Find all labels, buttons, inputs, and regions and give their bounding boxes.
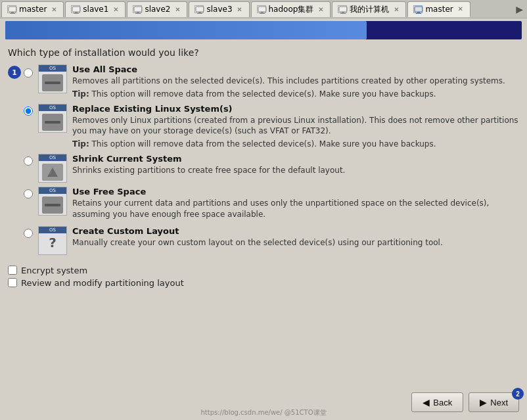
tab-icon-3	[133, 5, 142, 13]
tab-slave1-label: slave1	[83, 5, 108, 14]
tab-mypc-label: 我的计算机	[350, 4, 389, 15]
radio-use-all-space[interactable]	[24, 68, 33, 78]
tab-close-5[interactable]: ✕	[317, 5, 325, 13]
tip-use-all-space: Tip: Tip: This option will remove data f…	[72, 89, 519, 100]
checkbox-review[interactable]	[8, 278, 17, 287]
tab-hadoop[interactable]: hadoop集群 ✕	[251, 1, 331, 17]
text-free-space: Use Free Space Retains your current data…	[72, 187, 519, 222]
svg-rect-12	[258, 7, 266, 12]
tab-close-2[interactable]: ✕	[112, 5, 120, 13]
tab-icon-1	[7, 5, 16, 13]
tab-scroll-right[interactable]: ▶	[513, 4, 526, 14]
option-free-space: OS Use Free Space Retains your current d…	[8, 187, 519, 222]
back-label: Back	[433, 398, 452, 408]
option-replace-linux: OS Replace Existing Linux System(s) Remo…	[8, 104, 519, 150]
option-use-all-space: 1 OS Use All Space Removes all partition…	[8, 64, 519, 100]
tab-close-3[interactable]: ✕	[173, 5, 181, 13]
svg-rect-1	[11, 12, 14, 13]
svg-rect-4	[75, 12, 78, 13]
svg-rect-13	[261, 12, 264, 13]
svg-rect-0	[9, 7, 16, 12]
icon-replace-linux: OS	[38, 104, 67, 133]
svg-rect-19	[417, 12, 420, 13]
progress-bar	[5, 21, 522, 39]
tab-bar: master ✕ slave1 ✕ slave2 ✕ slave3 ✕	[0, 0, 527, 18]
tab-icon-7	[413, 5, 423, 13]
icon-custom: OS ?	[38, 226, 67, 255]
desc-use-all-space: Removes all partitions on the selected d…	[72, 76, 519, 87]
title-replace-linux: Replace Existing Linux System(s)	[72, 104, 519, 114]
tab-hadoop-label: hadoop集群	[269, 4, 314, 15]
radio-free-space[interactable]	[24, 189, 33, 198]
svg-rect-14	[260, 13, 265, 14]
checkbox-encrypt-item: Encrypt system	[8, 266, 519, 275]
tab-slave2-label: slave2	[145, 5, 170, 14]
icon-shrink: OS	[38, 154, 67, 183]
option-list: 1 OS Use All Space Removes all partition…	[8, 64, 519, 255]
title-free-space: Use Free Space	[72, 187, 519, 197]
watermark: https://blog.csdn.me/we/ @51CTO课堂	[200, 408, 326, 417]
radio-custom[interactable]	[24, 229, 33, 238]
svg-rect-6	[134, 7, 142, 12]
svg-rect-2	[10, 13, 15, 14]
bottom-buttons: ◀ Back ▶ Next 2	[411, 392, 519, 412]
svg-rect-15	[339, 7, 347, 12]
tab-slave2[interactable]: slave2 ✕	[127, 1, 187, 17]
svg-rect-20	[416, 13, 421, 14]
tab-close-6[interactable]: ✕	[392, 5, 400, 13]
tab-slave3-label: slave3	[206, 5, 232, 14]
back-button[interactable]: ◀ Back	[411, 392, 463, 412]
next-label: Next	[490, 398, 508, 408]
installation-question: Which type of installation would you lik…	[8, 47, 519, 58]
radio-replace-linux[interactable]	[24, 106, 33, 116]
svg-rect-7	[137, 12, 139, 13]
tab-mypc[interactable]: 我的计算机 ✕	[332, 1, 406, 17]
main-content: Which type of installation would you lik…	[0, 42, 527, 293]
option-custom: OS ? Create Custom Layout Manually creat…	[8, 226, 519, 255]
tab-icon-6	[338, 5, 347, 13]
tab-close-7[interactable]: ✕	[457, 5, 465, 13]
badge-1: 1	[8, 66, 21, 79]
svg-rect-8	[135, 13, 141, 14]
text-use-all-space: Use All Space Removes all partitions on …	[72, 64, 519, 100]
checkbox-review-item: Review and modify partitioning layout	[8, 278, 519, 288]
option-shrink: OS Shrink Current System Shrinks existin…	[8, 154, 519, 183]
tab-master-active-label: master	[425, 5, 453, 14]
svg-rect-17	[340, 13, 346, 14]
tab-icon-2	[71, 5, 80, 13]
tab-slave3[interactable]: slave3 ✕	[189, 1, 249, 17]
tab-close-1[interactable]: ✕	[50, 5, 58, 13]
title-use-all-space: Use All Space	[72, 64, 519, 74]
svg-rect-3	[72, 7, 80, 12]
checkbox-encrypt[interactable]	[8, 266, 17, 275]
checkbox-encrypt-label: Encrypt system	[21, 266, 87, 275]
svg-rect-9	[196, 7, 204, 12]
svg-rect-5	[74, 13, 79, 14]
text-replace-linux: Replace Existing Linux System(s) Removes…	[72, 104, 519, 150]
tab-close-4[interactable]: ✕	[236, 5, 244, 13]
next-button[interactable]: ▶ Next 2	[469, 392, 519, 412]
title-custom: Create Custom Layout	[72, 226, 519, 236]
svg-rect-16	[342, 12, 344, 13]
checkboxes: Encrypt system Review and modify partiti…	[8, 266, 519, 288]
tab-slave1[interactable]: slave1 ✕	[65, 1, 126, 17]
back-icon: ◀	[423, 397, 430, 408]
next-icon: ▶	[480, 397, 487, 408]
text-shrink: Shrink Current System Shrinks existing p…	[72, 154, 519, 178]
svg-rect-10	[198, 12, 201, 13]
tab-icon-5	[257, 5, 266, 13]
tab-master-1-label: master	[19, 5, 47, 14]
checkbox-review-label: Review and modify partitioning layout	[21, 278, 184, 288]
progress-fill	[5, 21, 367, 39]
tip-replace-linux: Tip: This option will remove data from t…	[72, 139, 519, 150]
svg-rect-18	[415, 7, 423, 12]
desc-free-space: Retains your current data and partitions…	[72, 198, 519, 220]
desc-custom: Manually create your own custom layout o…	[72, 237, 519, 248]
next-badge: 2	[512, 388, 524, 400]
icon-use-all-space: OS	[38, 64, 67, 93]
text-custom: Create Custom Layout Manually create you…	[72, 226, 519, 250]
tab-master-1[interactable]: master ✕	[1, 1, 64, 17]
radio-shrink[interactable]	[24, 156, 33, 166]
tab-master-active[interactable]: master ✕	[407, 1, 470, 17]
icon-free-space: OS	[38, 187, 67, 216]
